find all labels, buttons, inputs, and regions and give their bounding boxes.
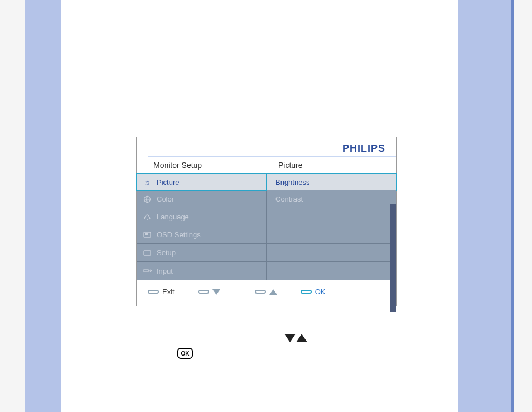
submenu-item-contrast[interactable]: Contrast <box>267 190 396 208</box>
sun-icon: ☼ <box>142 177 152 187</box>
svg-rect-3 <box>144 251 151 255</box>
triangle-up-icon <box>269 289 277 295</box>
osd-icon <box>142 230 152 240</box>
divider <box>205 49 462 49</box>
language-icon <box>142 212 152 222</box>
menu-item-picture[interactable]: ☼ Picture <box>136 173 267 191</box>
submenu-empty <box>267 226 396 244</box>
menu-item-label: Language <box>157 213 189 221</box>
svg-rect-2 <box>145 233 148 235</box>
menu-item-label: Picture <box>157 178 179 186</box>
triangle-down-icon <box>212 289 220 295</box>
menu-item-setup[interactable]: Setup <box>137 244 266 262</box>
triangle-up-icon <box>296 334 307 342</box>
osd-panel: PHILIPS Monitor Setup Picture ☼ Picture … <box>136 137 397 306</box>
header-submenu: Picture <box>265 161 396 170</box>
exit-label: Exit <box>162 288 175 296</box>
menu-main-col: ☼ Picture Color Language OSD Settings <box>137 174 267 280</box>
menu-item-label: Setup <box>157 248 176 257</box>
pill-icon <box>198 290 209 294</box>
header-monitor-setup: Monitor Setup <box>153 161 265 170</box>
pill-icon <box>255 290 266 294</box>
menu-item-language[interactable]: Language <box>137 208 266 226</box>
submenu-empty <box>267 262 396 280</box>
menu-item-color[interactable]: Color <box>137 190 266 208</box>
menu-body: ☼ Picture Color Language OSD Settings <box>137 173 396 280</box>
submenu-item-label: Contrast <box>275 195 303 203</box>
brand-logo: PHILIPS <box>137 137 396 155</box>
right-sidebar <box>458 0 514 412</box>
submenu-item-label: Brightness <box>275 178 309 186</box>
instruction-arrows <box>284 334 307 344</box>
input-icon <box>142 266 152 276</box>
pill-icon <box>148 290 159 294</box>
osd-headers: Monitor Setup Picture <box>137 157 396 173</box>
up-button[interactable] <box>255 289 277 295</box>
submenu-empty <box>267 208 396 226</box>
triangle-down-icon <box>284 334 296 342</box>
exit-button[interactable]: Exit <box>148 288 175 296</box>
submenu-item-brightness[interactable]: Brightness <box>266 173 397 191</box>
setup-icon <box>142 248 152 258</box>
down-button[interactable] <box>198 289 220 295</box>
scrollbar[interactable] <box>390 204 396 312</box>
menu-item-label: Color <box>157 195 174 203</box>
ok-badge: OK <box>177 348 193 359</box>
ok-label: OK <box>315 288 326 296</box>
menu-item-input[interactable]: Input <box>137 262 266 280</box>
svg-rect-4 <box>144 270 148 272</box>
globe-icon <box>142 194 152 204</box>
menu-sub-col: Brightness Contrast <box>267 174 396 280</box>
osd-button-bar: Exit OK <box>137 280 396 306</box>
menu-item-label: OSD Settings <box>157 231 201 239</box>
left-sidebar <box>25 0 61 412</box>
ok-button[interactable]: OK <box>301 288 326 296</box>
menu-item-label: Input <box>157 267 173 275</box>
menu-item-osd[interactable]: OSD Settings <box>137 226 266 244</box>
pill-icon <box>301 290 312 294</box>
submenu-empty <box>267 244 396 262</box>
right-edge <box>511 0 514 412</box>
